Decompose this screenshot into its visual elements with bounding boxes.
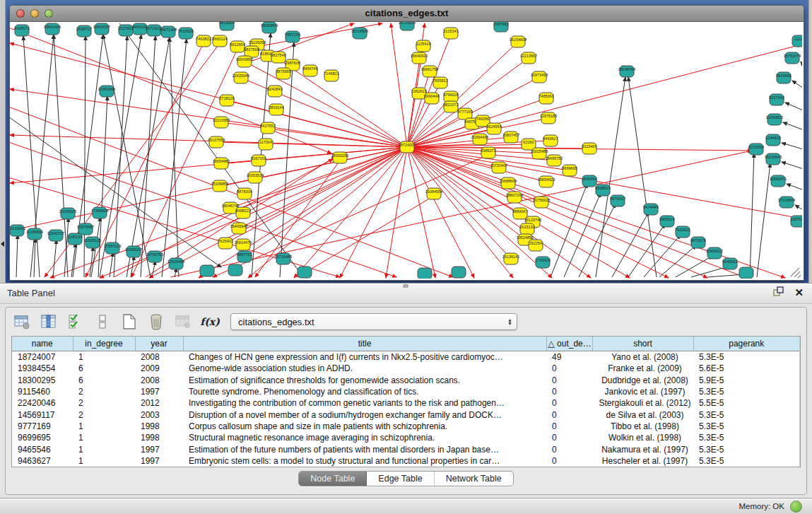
graph-edge[interactable] [628,224,665,277]
table-row[interactable]: 911546021997Tourette syndrome. Phenomeno… [12,386,799,397]
graph-edge[interactable] [612,212,649,277]
new-table-icon[interactable] [120,313,139,331]
table-cell[interactable]: 0 [546,363,592,374]
close-window-button[interactable] [16,9,25,18]
table-row[interactable]: 1938455462009Genome-wide association stu… [12,363,799,374]
table-scrollbar[interactable] [799,337,801,467]
table-cell[interactable]: Franke et al. (2009) [592,363,693,374]
splitter-grip-icon[interactable] [403,284,408,288]
table-cell[interactable]: 18300295 [12,375,73,386]
table-cell[interactable]: 5.6E-5 [693,363,799,374]
table-cell[interactable]: de Silva et al. (2003) [592,409,693,420]
table-cell[interactable]: 1997 [135,386,183,397]
table-cell[interactable]: 5.3E-5 [693,455,799,467]
table-cell[interactable]: 0 [546,432,592,443]
graph-edge[interactable] [757,163,770,277]
table-cell[interactable]: 49 [546,351,592,363]
network-window[interactable]: citations_edges.txt 43055713369140626987… [9,5,804,281]
table-row[interactable]: 946554611997Estimation of the future num… [12,443,799,455]
table-cell[interactable]: 1 [73,351,135,363]
table-cell[interactable]: 0 [546,409,592,420]
table-cell[interactable]: Estimation of the future numbers of pati… [183,443,546,455]
table-cell[interactable]: 2009 [135,363,183,374]
column-selection-icon[interactable] [40,313,58,331]
table-cell[interactable]: 1998 [135,432,183,443]
table-cell[interactable]: 1997 [135,455,183,467]
column-header-short[interactable]: short [592,337,693,351]
row-check-icon[interactable] [66,313,85,331]
graph-edge[interactable] [407,147,552,278]
function-builder-icon[interactable]: f(x) [201,313,219,331]
table-row[interactable]: 946362711997Embryonic stem cells: a mode… [12,455,799,467]
graph-node[interactable] [418,268,432,279]
table-cell[interactable]: 5.9E-5 [693,375,799,386]
table-cell[interactable]: Structural magnetic resonance image aver… [183,432,546,443]
table-cell[interactable]: 0 [546,443,592,455]
table-cell[interactable]: 14569117 [12,409,73,420]
table-cell[interactable]: 0 [546,421,592,432]
graph-edge[interactable] [691,267,728,277]
table-cell[interactable]: 2 [73,386,135,397]
table-cell[interactable]: Tourette syndrome. Phenomenology and cla… [183,386,546,397]
column-header-year[interactable]: year [135,337,183,351]
delete-table-icon[interactable] [147,313,165,331]
window-titlebar[interactable]: citations_edges.txt [10,6,804,22]
table-cell[interactable]: 5.3E-5 [693,386,799,397]
table-cell[interactable]: Jankovic et al. (1997) [592,386,693,397]
tab-network-table[interactable]: Network Table [435,472,513,486]
graph-edge[interactable] [783,122,802,132]
table-cell[interactable]: 5.3E-5 [693,421,799,432]
table-cell[interactable]: 19384554 [12,363,73,374]
table-cell[interactable]: 2 [73,409,135,420]
table-cell[interactable]: 9777169 [12,421,73,432]
scrollbar-thumb[interactable] [800,339,801,368]
graph-edge[interactable] [782,162,802,170]
graph-edge[interactable] [707,274,744,277]
graph-edge[interactable] [10,107,453,277]
graph-edge[interactable] [221,122,407,147]
graph-edge[interactable] [785,103,802,112]
table-cell[interactable]: 0 [546,397,592,409]
column-header-pagerank[interactable]: pagerank [693,337,799,351]
graph-edge[interactable] [241,78,407,147]
table-cell[interactable]: 9115460 [12,386,73,397]
table-cell[interactable]: 2008 [135,351,183,363]
float-panel-icon[interactable] [773,286,784,299]
panel-collapse-arrow-icon[interactable] [1,241,4,247]
close-panel-icon[interactable]: ✕ [794,286,804,299]
table-cell[interactable]: Wolkin et al. (1998) [592,432,693,443]
graph-edge[interactable] [170,37,179,277]
graph-edge[interactable] [596,77,625,277]
table-row[interactable]: 977716911998Corpus callosum shape and si… [12,421,799,432]
table-cell[interactable]: Disruption of a novel member of a sodium… [183,409,546,420]
memory-status-icon[interactable] [790,501,802,513]
graph-edge[interactable] [659,245,696,277]
graph-edge[interactable] [34,238,35,277]
table-cell[interactable]: 2003 [135,409,183,420]
graph-edge[interactable] [551,184,587,277]
graph-edge[interactable] [391,23,407,147]
graph-edge[interactable] [792,81,802,91]
table-cell[interactable]: Changes of HCN gene expression and I(f) … [183,351,546,363]
table-cell[interactable]: Yano et al. (2008) [592,351,693,363]
table-row[interactable]: 2242004622012Investigating the contribut… [12,397,799,409]
table-cell[interactable]: 1 [73,432,135,443]
table-cell[interactable]: 9463627 [12,455,73,467]
minimize-window-button[interactable] [30,9,39,18]
table-panel-header[interactable]: Table Panel ✕ [0,283,812,304]
graph-edge[interactable] [787,184,802,192]
table-cell[interactable]: 5.3E-5 [693,443,799,455]
table-cell[interactable]: Embryonic stem cells: a model to study s… [183,455,546,467]
graph-node[interactable] [739,267,753,279]
table-cell[interactable]: 5.3E-5 [693,432,799,443]
graph-svg[interactable]: 4305571336914062698717106532671527602646… [10,22,802,279]
table-cell[interactable]: 18724007 [12,351,73,363]
graph-edge[interactable] [750,153,754,277]
graph-edge[interactable] [801,62,802,71]
tab-node-table[interactable]: Node Table [299,472,367,486]
graph-edge[interactable] [795,205,802,213]
table-cell[interactable]: 22420046 [12,397,73,409]
graph-edge[interactable] [564,193,601,277]
table-row[interactable]: 1830029562008Estimation of significance … [12,375,799,386]
graph-node[interactable] [298,267,312,278]
